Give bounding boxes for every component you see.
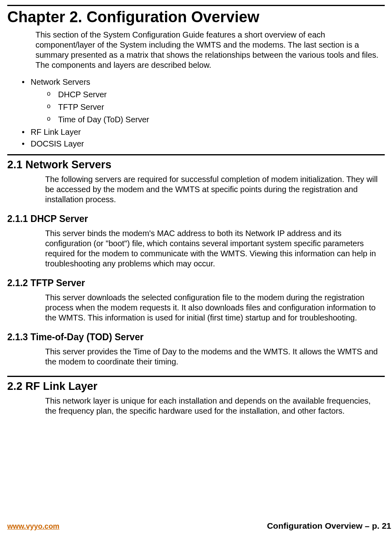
footer-page-label: Configuration Overview – p. 21 [267, 521, 392, 531]
body-2-1-2: This server downloads the selected confi… [45, 293, 384, 323]
bullet-network-servers: Network Servers DHCP Server TFTP Server … [22, 77, 385, 124]
body-2-1-1: This server binds the modem's MAC addres… [45, 228, 384, 269]
heading-2-1-2: 2.1.2 TFTP Server [7, 278, 385, 289]
heading-2-1-3: 2.1.3 Time-of-Day (TOD) Server [7, 332, 385, 343]
chapter-intro: This section of the System Configuration… [35, 30, 385, 70]
body-2-1-3: This server provides the Time of Day to … [45, 347, 384, 367]
subbullet-dhcp: DHCP Server [47, 90, 385, 99]
body-2-2: This network layer is unique for each in… [45, 396, 384, 416]
bullet-rf-link: RF Link Layer [22, 128, 385, 137]
heading-2-1-1: 2.1.1 DHCP Server [7, 214, 385, 224]
heading-2-1: 2.1 Network Servers [7, 159, 385, 171]
body-2-1: The following servers are required for s… [45, 174, 384, 205]
bullet-label: Network Servers [31, 77, 90, 86]
subbullet-tod: Time of Day (ToD) Server [47, 115, 385, 124]
bullet-docsis: DOCSIS Layer [22, 139, 385, 149]
footer-url[interactable]: www.vyyo.com [7, 522, 59, 531]
subbullet-tftp: TFTP Server [47, 103, 385, 112]
heading-2-2: 2.2 RF Link Layer [7, 380, 385, 393]
chapter-top-rule [7, 5, 385, 6]
page-footer: www.vyyo.com Configuration Overview – p.… [7, 521, 392, 531]
overview-bullet-list: Network Servers DHCP Server TFTP Server … [22, 77, 385, 149]
network-servers-sublist: DHCP Server TFTP Server Time of Day (ToD… [47, 90, 385, 124]
section-rule-2-2 [7, 376, 385, 377]
page-body: Chapter 2. Configuration Overview This s… [0, 5, 392, 416]
section-rule-2-1 [7, 154, 385, 155]
chapter-title: Chapter 2. Configuration Overview [7, 8, 385, 26]
